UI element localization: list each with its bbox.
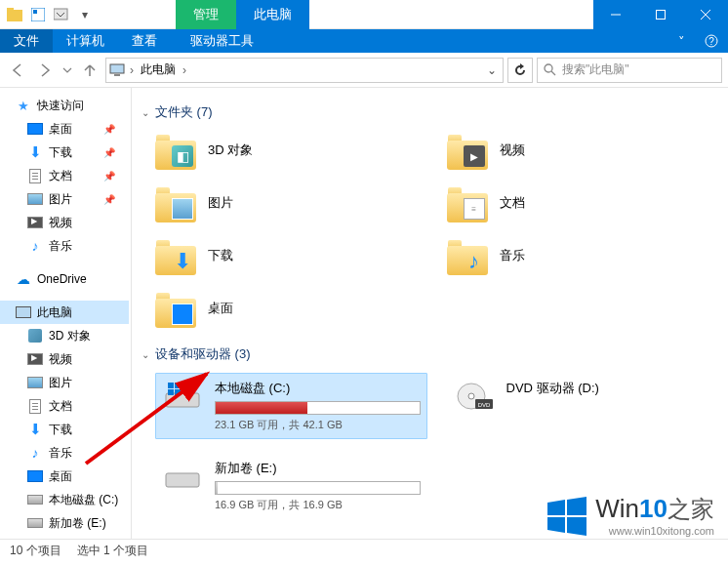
documents-icon [27,398,43,414]
sidebar-quick-access[interactable]: ★ 快速访问 [0,94,129,117]
breadcrumb-this-pc[interactable]: 此电脑 [138,61,179,78]
back-button[interactable] [6,59,29,82]
folder-documents[interactable]: ≡ 文档 [447,183,719,222]
forward-button[interactable] [33,59,57,82]
pin-icon: 📌 [103,124,115,135]
sidebar-pictures[interactable]: 图片 📌 [0,187,129,211]
sidebar-label: 桌面 [49,121,72,138]
search-icon [544,63,556,76]
sidebar-downloads-2[interactable]: ⬇ 下载 [0,418,129,441]
ribbon-computer-tab[interactable]: 计算机 [53,29,118,53]
sidebar-desktop[interactable]: 桌面 📌 [0,117,129,141]
svg-rect-19 [175,389,181,395]
quick-access-toolbar: ▾ [0,4,98,25]
drive-local-c[interactable]: 本地磁盘 (C:) 23.1 GB 可用，共 42.1 GB [155,373,427,439]
recent-locations-button[interactable] [61,59,74,82]
svg-rect-18 [168,389,174,395]
drives-section-header[interactable]: ⌄ 设备和驱动器 (3) [142,345,718,363]
sidebar-3d-objects[interactable]: 3D 对象 [0,324,129,347]
folders-section-header[interactable]: ⌄ 文件夹 (7) [142,103,718,121]
ribbon-drive-tools-tab[interactable]: 驱动器工具 [177,29,267,53]
drive-icon [162,460,203,493]
ribbon-collapse-icon[interactable]: ˅ [668,34,695,49]
drive-title: DVD 驱动器 (D:) [506,380,712,397]
sidebar-this-pc[interactable]: 此电脑 [0,301,129,324]
section-title: 设备和驱动器 (3) [155,345,251,363]
sidebar-label: 下载 [49,422,72,438]
collapse-chevron-icon[interactable]: ⌄ [142,107,149,118]
breadcrumb-separator-icon[interactable]: › [130,63,134,77]
music-icon: ♪ [27,445,43,461]
drive-usage-bar [215,481,421,495]
sidebar-documents-2[interactable]: 文档 [0,394,129,418]
svg-line-14 [551,71,555,75]
drive-new-volume-e[interactable]: 新加卷 (E:) 16.9 GB 可用，共 16.9 GB [155,453,427,519]
svg-rect-16 [168,383,174,388]
qat-properties-icon[interactable] [27,4,49,25]
sidebar-desktop-2[interactable]: 桌面 [0,465,129,488]
ribbon-file-tab[interactable]: 文件 [0,29,53,53]
sidebar-label: 图片 [49,375,72,391]
sidebar-documents[interactable]: 文档 📌 [0,164,129,187]
sidebar-music-2[interactable]: ♪ 音乐 [0,441,129,465]
folder-desktop[interactable]: 桌面 [155,289,427,328]
drive-icon [162,380,203,413]
ribbon-view-tab[interactable]: 查看 [118,29,171,53]
svg-text:DVD: DVD [477,402,490,408]
address-bar[interactable]: › 此电脑 › ⌄ [105,58,504,83]
folder-videos[interactable]: ▶ 视频 [447,131,719,170]
drive-dvd-d[interactable]: DVD DVD 驱动器 (D:) [447,373,719,439]
sidebar-downloads[interactable]: ⬇ 下载 📌 [0,141,129,164]
folder-pictures[interactable]: 图片 [155,183,427,222]
sidebar-new-volume-e[interactable]: 新加卷 (E:) [0,511,129,535]
sidebar-label: 快速访问 [37,98,84,114]
folder-label: 下载 [208,247,233,264]
folder-music[interactable]: ♪ 音乐 [447,236,719,275]
up-button[interactable] [78,59,101,82]
folder-label: 桌面 [208,300,233,317]
refresh-button[interactable] [507,58,533,83]
breadcrumb-separator-icon[interactable]: › [182,63,186,77]
window-controls [593,0,728,29]
svg-rect-12 [114,74,120,76]
sidebar-videos[interactable]: 视频 [0,211,129,234]
sidebar-label: 新加卷 (E:) [49,515,106,532]
svg-rect-3 [33,10,37,14]
qat-dropdown-icon[interactable] [51,4,72,25]
folder-3d-objects[interactable]: ◧ 3D 对象 [155,131,427,170]
collapse-chevron-icon[interactable]: ⌄ [142,349,149,360]
sidebar-label: 文档 [49,168,72,184]
minimize-button[interactable] [593,0,638,29]
sidebar-videos-2[interactable]: 视频 [0,347,129,371]
content-pane[interactable]: ⌄ 文件夹 (7) ◧ 3D 对象 ▶ 视频 图片 ≡ 文档 ⬇ 下载 [132,88,728,539]
close-button[interactable] [683,0,728,29]
svg-rect-11 [110,64,124,73]
window-title: 此电脑 [236,0,309,29]
desktop-icon [27,121,43,137]
sidebar-music[interactable]: ♪ 音乐 [0,234,129,258]
sidebar-label: 文档 [49,398,72,415]
sidebar-local-disk-c[interactable]: 本地磁盘 (C:) [0,488,129,511]
dvd-drive-icon: DVD [454,380,495,413]
downloads-icon: ⬇ [27,422,43,437]
qat-overflow-icon[interactable]: ▾ [74,4,96,25]
documents-icon [27,168,43,183]
help-icon[interactable]: ? [695,34,728,48]
address-dropdown-icon[interactable]: ⌄ [481,63,503,77]
maximize-button[interactable] [638,0,683,29]
search-input[interactable]: 搜索"此电脑" [537,58,722,83]
sidebar-pictures-2[interactable]: 图片 [0,371,129,394]
sidebar-onedrive[interactable]: ☁ OneDrive [0,267,129,291]
sidebar-label: OneDrive [37,272,87,286]
3d-objects-icon [27,328,43,344]
folder-label: 音乐 [500,247,525,264]
drive-title: 新加卷 (E:) [215,460,421,477]
ribbon: 文件 计算机 查看 驱动器工具 ˅ ? [0,29,728,53]
navigation-bar: › 此电脑 › ⌄ 搜索"此电脑" [0,53,728,88]
folder-downloads[interactable]: ⬇ 下载 [155,236,427,275]
hdd-icon [27,492,43,507]
sidebar-label: 下载 [49,144,72,161]
sidebar-label: 桌面 [49,468,72,485]
downloads-icon: ⬇ [27,144,43,160]
sidebar-label: 此电脑 [37,304,72,321]
